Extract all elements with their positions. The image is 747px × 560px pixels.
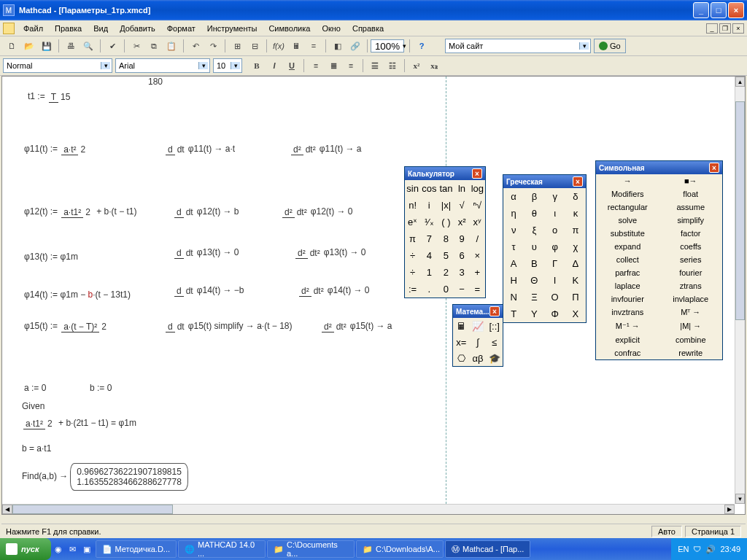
symbolic-keyword[interactable]: parfrac — [596, 266, 659, 279]
align-icon[interactable]: ⊞ — [229, 38, 245, 54]
quicklaunch-icon[interactable]: ◉ — [55, 545, 62, 554]
close-icon[interactable]: × — [489, 306, 500, 316]
menu-help[interactable]: Справка — [347, 23, 390, 34]
italic-icon[interactable]: I — [266, 58, 282, 74]
greek-letter[interactable]: Ν — [503, 289, 524, 306]
horizontal-scrollbar[interactable]: ◀▶ — [2, 504, 735, 514]
underline-icon[interactable]: U — [284, 58, 300, 74]
greek-letter[interactable]: Τ — [503, 306, 524, 322]
bold-icon[interactable]: B — [249, 58, 265, 74]
calc-button[interactable]: 4 — [420, 247, 438, 264]
symbolic-keyword[interactable]: substitute — [596, 227, 659, 240]
site-select[interactable]: Мой сайт — [445, 39, 591, 53]
numbers-icon[interactable]: ☷ — [384, 58, 400, 74]
task-item[interactable]: 📁 C:\Documents a... — [267, 540, 355, 558]
eq-dd15[interactable]: d²dt²φ15(t) → a — [320, 321, 392, 332]
symbolic-keyword[interactable]: rectangular — [596, 201, 659, 214]
start-button[interactable]: пуск — [0, 538, 51, 560]
eq-given[interactable]: Given — [22, 401, 44, 412]
spell-icon[interactable]: ✔ — [104, 38, 120, 54]
calc-button[interactable]: log — [470, 180, 485, 197]
task-item[interactable]: 📄 Методичка.D... — [96, 540, 177, 558]
greek-icon[interactable]: αβ — [470, 350, 487, 366]
subscript-icon[interactable]: x₂ — [426, 58, 442, 74]
greek-letter[interactable]: φ — [545, 238, 565, 255]
preview-icon[interactable]: 🔍 — [80, 38, 96, 54]
symbolic-keyword[interactable]: Modifiers — [596, 187, 659, 201]
greek-letter[interactable]: χ — [565, 238, 586, 255]
symbolic-keyword[interactable]: collect — [596, 253, 659, 266]
component-icon[interactable]: ◧ — [330, 38, 346, 54]
symbolic-keyword[interactable]: combine — [659, 333, 723, 346]
eq-t1[interactable]: t1 := T15 — [28, 91, 74, 102]
eval-icon[interactable]: x= — [453, 334, 470, 350]
symbolic-keyword[interactable]: |M| → — [659, 319, 723, 333]
eq-180[interactable]: 180 — [148, 77, 163, 88]
calc-button[interactable]: 6 — [454, 247, 469, 264]
symbolic-palette[interactable]: Символьная× →■→Modifiersfloatrectangular… — [595, 160, 723, 360]
go-button[interactable]: Go — [594, 39, 626, 53]
greek-letter[interactable]: β — [524, 188, 544, 205]
boolean-icon[interactable]: ≤ — [486, 334, 503, 350]
symbolic-keyword[interactable]: ■→ — [659, 174, 723, 187]
greek-letter[interactable]: Θ — [524, 272, 544, 289]
greek-letter[interactable]: δ — [565, 188, 586, 205]
greek-letter[interactable]: π — [565, 222, 586, 238]
symbolic-keyword[interactable]: M⁻¹ → — [596, 319, 659, 333]
task-item[interactable]: 🌐 MATHCAD 14.0 ... — [178, 540, 266, 558]
calc-button[interactable]: √ — [454, 197, 469, 214]
symbolic-keyword[interactable]: float — [659, 187, 723, 201]
greek-letter[interactable]: Η — [503, 272, 524, 289]
greek-letter[interactable]: Ι — [545, 272, 565, 289]
superscript-icon[interactable]: x² — [409, 58, 425, 74]
eq-d14[interactable]: ddtφ14(t) → −b — [173, 285, 244, 296]
tray-icon[interactable]: 🛡 — [693, 545, 701, 553]
symbolic-keyword[interactable]: expand — [596, 240, 659, 253]
align-left-icon[interactable]: ≡ — [308, 58, 324, 74]
greek-letter[interactable]: Υ — [524, 306, 544, 322]
calc-button[interactable]: := — [405, 281, 420, 298]
minimize-button[interactable]: _ — [693, 2, 709, 18]
symbolic-keyword[interactable]: invfourier — [596, 292, 659, 306]
align-right-icon[interactable]: ≡ — [343, 58, 359, 74]
eq-g1[interactable]: a·t1²2 + b·(2t1 − t1) = φ1m — [22, 418, 136, 429]
align2-icon[interactable]: ⊟ — [247, 38, 263, 54]
print-icon[interactable]: 🖶 — [63, 38, 79, 54]
open-icon[interactable]: 📂 — [21, 38, 37, 54]
greek-letter[interactable]: Γ — [545, 255, 565, 272]
new-icon[interactable]: 🗋 — [4, 38, 20, 54]
symbolic-keyword[interactable]: explicit — [596, 333, 659, 346]
symbolic-keyword[interactable]: Mᵀ → — [659, 306, 723, 319]
eq-g2[interactable]: b = a·t1 — [22, 443, 51, 454]
eq-d11[interactable]: ddtφ11(t) → a·t — [164, 144, 235, 155]
function-icon[interactable]: f(x) — [271, 38, 287, 54]
tray-icon[interactable]: 🔊 — [705, 545, 716, 554]
greek-letter[interactable]: Π — [565, 289, 586, 306]
close-button[interactable]: × — [728, 2, 744, 18]
calc-button[interactable]: tan — [438, 180, 454, 197]
symbolic-keyword[interactable]: invlaplace — [659, 292, 723, 306]
calc-button[interactable]: ⁿ√ — [470, 197, 485, 214]
symbolic-icon[interactable]: 🎓 — [486, 350, 503, 366]
calc-button[interactable]: ( ) — [438, 214, 454, 230]
matrix-icon[interactable]: [::] — [486, 318, 503, 334]
unit-icon[interactable]: 🖩 — [288, 38, 304, 54]
calc-button[interactable]: ÷ — [405, 247, 420, 264]
symbolic-keyword[interactable]: rewrite — [659, 346, 723, 359]
paste-icon[interactable]: 📋 — [163, 38, 179, 54]
close-icon[interactable]: × — [709, 163, 719, 173]
menu-insert[interactable]: Добавить — [114, 23, 161, 34]
system-tray[interactable]: EN 🛡 🔊 23:49 — [671, 538, 747, 560]
quicklaunch-icon[interactable]: ✉ — [69, 545, 76, 554]
style-select[interactable]: Normal — [3, 58, 112, 73]
greek-letter[interactable]: Ξ — [524, 289, 544, 306]
redo-icon[interactable]: ↷ — [205, 38, 221, 54]
calc-button[interactable]: + — [470, 264, 485, 281]
menu-edit[interactable]: Правка — [49, 23, 88, 34]
calculator-palette[interactable]: Калькулятор× sincostanlnlogn!i|x|√ⁿ√eˣ¹⁄… — [404, 166, 486, 298]
calc-button[interactable]: − — [454, 281, 469, 298]
align-center-icon[interactable]: ≣ — [325, 58, 341, 74]
calc-button[interactable]: |x| — [438, 197, 454, 214]
calc-button[interactable]: 8 — [438, 230, 454, 247]
eq-phi14[interactable]: φ14(t) := φ1m − b·(t − 13t1) — [24, 289, 131, 300]
